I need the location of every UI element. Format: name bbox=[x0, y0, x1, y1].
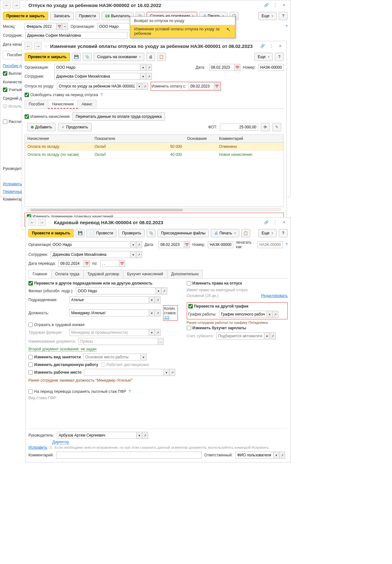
pfr-checkbox[interactable]: На период перевода сохранять льготный ст… bbox=[28, 389, 126, 394]
transfer-date-input[interactable] bbox=[58, 260, 84, 267]
more-button[interactable]: Еще bbox=[258, 229, 277, 237]
calendar-icon[interactable]: 📅 bbox=[84, 260, 90, 267]
add-button[interactable]: ⊕Добавить bbox=[27, 123, 56, 131]
fot-input[interactable] bbox=[220, 124, 258, 131]
print-icon-button[interactable]: 🖨 bbox=[146, 53, 155, 61]
back-button[interactable]: ← bbox=[25, 42, 32, 50]
more-icon[interactable]: ⋮ bbox=[272, 2, 279, 9]
employee-input[interactable] bbox=[51, 251, 131, 258]
release-rate-checkbox[interactable]: Освободить ставку на период отпуска bbox=[25, 93, 98, 97]
comment-input[interactable] bbox=[56, 452, 202, 459]
menu-item-return[interactable]: Возврат из отпуска по уходу bbox=[130, 17, 235, 25]
calendar-icon[interactable]: 📅 bbox=[57, 23, 62, 30]
help-button[interactable]: ? bbox=[275, 53, 284, 61]
post-and-close-button[interactable]: Провести и закрыть bbox=[28, 229, 74, 237]
dropdown-icon[interactable]: ▾ bbox=[274, 452, 279, 459]
dropdown-icon[interactable]: ▾ bbox=[137, 432, 142, 439]
date-input[interactable] bbox=[159, 241, 184, 248]
director-link[interactable]: Директор bbox=[52, 440, 69, 445]
org-input[interactable] bbox=[51, 241, 131, 248]
help-icon[interactable]: ? bbox=[129, 389, 131, 394]
dropdown-icon[interactable]: ▾ bbox=[140, 64, 146, 71]
edit-button[interactable]: ✎ bbox=[272, 123, 281, 131]
post-button[interactable]: Провести bbox=[76, 12, 100, 20]
tab-acc[interactable]: Бухучет начислений bbox=[123, 270, 167, 278]
save-button[interactable]: Записать bbox=[50, 12, 73, 20]
open-icon[interactable]: ↗ bbox=[142, 432, 148, 439]
dropdown-icon[interactable]: ▾ bbox=[149, 296, 155, 303]
forward-button[interactable]: → bbox=[38, 219, 46, 226]
calendar-icon[interactable]: 📅 bbox=[184, 241, 190, 248]
open-icon[interactable]: ↗ bbox=[142, 83, 148, 90]
rate-link[interactable]: 1/2 bbox=[164, 315, 170, 320]
edit-vacation-link[interactable]: Редактировать bbox=[261, 293, 288, 298]
help-button[interactable]: ? bbox=[279, 12, 288, 20]
table-row[interactable]: Оплата по окладуОклад50 000Отменено bbox=[25, 143, 283, 151]
org-input[interactable] bbox=[54, 64, 140, 71]
close-icon[interactable]: ✕ bbox=[281, 2, 288, 9]
pay-checkbox[interactable]: Выплачи bbox=[3, 70, 25, 77]
create-based-button[interactable]: Создать на основании bbox=[94, 53, 144, 61]
attached-files-button[interactable]: Присоединенные файлы bbox=[157, 229, 209, 237]
calc-checkbox[interactable]: Рассчит bbox=[3, 118, 23, 126]
h-scrollbar[interactable] bbox=[27, 208, 281, 211]
continue-button[interactable]: ✓Продолжить bbox=[58, 123, 92, 131]
tab-advance[interactable]: Аванс bbox=[78, 100, 97, 109]
save-icon-button[interactable]: 💾 bbox=[76, 229, 85, 237]
related-button[interactable]: 📋 bbox=[241, 229, 250, 237]
table-row[interactable]: Оплата по окладу (по часам)Оклад40 000Но… bbox=[25, 151, 283, 159]
branch-input[interactable] bbox=[76, 287, 156, 294]
tab-accruals[interactable]: Начисления bbox=[48, 100, 78, 109]
pos-input[interactable] bbox=[69, 309, 149, 316]
stepper-icon[interactable]: ÷ bbox=[62, 23, 68, 30]
help-button[interactable]: ? bbox=[279, 229, 288, 237]
vacation-rights-checkbox[interactable]: Изменить права на отпуск bbox=[187, 281, 242, 286]
transfer-schedule-checkbox[interactable]: Перевести на другой график bbox=[188, 304, 249, 309]
help-icon[interactable]: ? bbox=[285, 242, 288, 247]
dropdown-icon[interactable]: ▾ bbox=[131, 251, 136, 258]
tab-extra[interactable]: Дополнительно bbox=[167, 270, 203, 278]
help-icon[interactable]: ? bbox=[101, 93, 103, 97]
dropdown-icon[interactable]: ▾ bbox=[156, 287, 162, 294]
dropdown-icon[interactable]: ▾ bbox=[137, 83, 142, 90]
close-icon[interactable]: ✕ bbox=[277, 42, 284, 50]
open-icon[interactable]: ↗ bbox=[136, 241, 142, 248]
change-accruals-checkbox[interactable]: Изменить начисления bbox=[25, 114, 70, 119]
tab-main[interactable]: Главное bbox=[28, 270, 51, 278]
calendar-icon[interactable]: 📅 bbox=[214, 83, 220, 90]
open-icon[interactable]: ↗ bbox=[146, 73, 152, 80]
save-icon-button[interactable]: 💾 bbox=[72, 53, 81, 61]
date-input[interactable] bbox=[209, 64, 235, 71]
change-acc-checkbox[interactable]: Изменить бухучет зарплаты bbox=[187, 326, 246, 330]
tab-pay[interactable]: Оплата труда bbox=[51, 270, 84, 278]
num-input[interactable] bbox=[258, 64, 284, 71]
manager-input[interactable] bbox=[57, 432, 137, 439]
tab-contract[interactable]: Трудовой договор bbox=[83, 270, 123, 278]
attach-button[interactable]: 📎 bbox=[83, 53, 92, 61]
tab-benefits[interactable]: Пособия bbox=[25, 100, 48, 109]
more-button[interactable]: Еще bbox=[254, 53, 273, 61]
more-icon[interactable]: ⋮ bbox=[272, 219, 279, 226]
help-icon[interactable]: ? bbox=[285, 24, 288, 29]
dept-input[interactable] bbox=[69, 296, 149, 303]
open-icon[interactable]: ↗ bbox=[146, 64, 152, 71]
open-icon[interactable]: ↗ bbox=[273, 311, 278, 318]
transfer-dept-checkbox[interactable]: Перевести в другое подразделение или на … bbox=[28, 281, 153, 286]
dropdown-icon[interactable]: ▾ bbox=[267, 311, 273, 318]
back-button[interactable]: ← bbox=[28, 219, 36, 226]
calendar-icon[interactable]: 📅 bbox=[119, 260, 125, 267]
dropdown-icon[interactable]: ▾ bbox=[149, 309, 155, 316]
refresh-button[interactable]: ⟳ bbox=[261, 123, 270, 131]
attach-button[interactable]: 📎 bbox=[147, 229, 155, 237]
post-and-close-button[interactable]: Провести и закрыть bbox=[25, 53, 70, 61]
leave-input[interactable] bbox=[57, 83, 137, 90]
post-button[interactable]: 📄Провести bbox=[87, 229, 117, 237]
open-icon[interactable]: ↗ bbox=[279, 452, 285, 459]
change-emp-checkbox[interactable]: Изменить вид занятости bbox=[28, 355, 81, 359]
open-icon[interactable]: ↗ bbox=[155, 309, 161, 316]
print-as-input[interactable] bbox=[257, 241, 283, 248]
consider-checkbox[interactable]: Учитыва bbox=[3, 86, 24, 94]
star-icon[interactable]: ☆ bbox=[44, 43, 48, 49]
dropdown-icon[interactable]: ▾ bbox=[131, 241, 136, 248]
link-icon[interactable]: 🔗 bbox=[259, 42, 266, 50]
